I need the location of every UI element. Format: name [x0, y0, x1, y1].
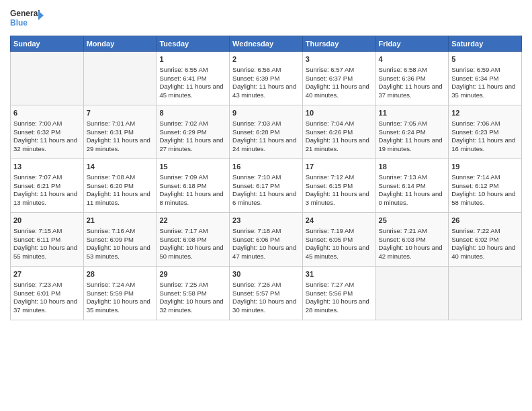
sunrise-text: Sunrise: 7:14 AM — [451, 173, 519, 182]
day-number: 8 — [159, 108, 226, 118]
weekday-header: Monday — [83, 36, 157, 52]
daylight-text: Daylight: 11 hours and 24 minutes. — [232, 136, 300, 154]
svg-text:General: General — [10, 9, 40, 18]
day-number: 21 — [87, 216, 154, 226]
weekday-header: Friday — [375, 36, 449, 52]
day-number: 19 — [451, 162, 519, 172]
calendar-cell: 9Sunrise: 7:03 AMSunset: 6:28 PMDaylight… — [230, 105, 303, 159]
day-number: 5 — [451, 54, 519, 64]
calendar-cell: 25Sunrise: 7:21 AMSunset: 6:03 PMDayligh… — [375, 213, 449, 267]
daylight-text: Daylight: 10 hours and 45 minutes. — [306, 244, 373, 261]
calendar-cell: 13Sunrise: 7:07 AMSunset: 6:21 PMDayligh… — [11, 159, 84, 213]
svg-marker-2 — [38, 11, 44, 20]
day-number: 1 — [159, 54, 226, 64]
sunrise-text: Sunrise: 7:23 AM — [13, 281, 81, 289]
calendar-cell: 2Sunrise: 6:56 AMSunset: 6:39 PMDaylight… — [230, 52, 303, 105]
day-number: 14 — [87, 162, 154, 172]
sunset-text: Sunset: 6:08 PM — [159, 236, 226, 244]
sunrise-text: Sunrise: 6:56 AM — [232, 66, 300, 75]
day-number: 4 — [379, 54, 446, 64]
calendar-cell: 14Sunrise: 7:08 AMSunset: 6:20 PMDayligh… — [83, 159, 157, 213]
daylight-text: Daylight: 10 hours and 30 minutes. — [232, 298, 300, 315]
calendar-cell — [83, 52, 157, 105]
day-number: 9 — [232, 108, 300, 118]
daylight-text: Daylight: 10 hours and 32 minutes. — [159, 298, 226, 315]
day-number: 11 — [379, 108, 446, 118]
calendar-week-row: 20Sunrise: 7:15 AMSunset: 6:11 PMDayligh… — [11, 213, 522, 267]
sunset-text: Sunset: 6:11 PM — [13, 236, 81, 244]
sunset-text: Sunset: 6:24 PM — [379, 128, 446, 137]
daylight-text: Daylight: 11 hours and 8 minutes. — [159, 190, 226, 208]
sunset-text: Sunset: 6:26 PM — [306, 128, 373, 137]
calendar-cell — [11, 52, 84, 105]
daylight-text: Daylight: 11 hours and 27 minutes. — [159, 136, 226, 154]
daylight-text: Daylight: 11 hours and 29 minutes. — [87, 136, 154, 154]
sunset-text: Sunset: 6:36 PM — [379, 75, 446, 83]
day-number: 27 — [13, 269, 81, 279]
sunset-text: Sunset: 6:39 PM — [232, 75, 300, 83]
sunset-text: Sunset: 6:01 PM — [13, 289, 81, 298]
sunset-text: Sunset: 6:12 PM — [451, 182, 519, 191]
daylight-text: Daylight: 11 hours and 11 minutes. — [87, 190, 154, 208]
sunset-text: Sunset: 6:29 PM — [159, 128, 226, 137]
weekday-header: Tuesday — [157, 36, 230, 52]
sunrise-text: Sunrise: 7:01 AM — [87, 120, 154, 128]
calendar-cell: 19Sunrise: 7:14 AMSunset: 6:12 PMDayligh… — [449, 159, 522, 213]
daylight-text: Daylight: 10 hours and 28 minutes. — [306, 298, 373, 315]
sunrise-text: Sunrise: 7:03 AM — [232, 120, 300, 128]
calendar-cell: 11Sunrise: 7:05 AMSunset: 6:24 PMDayligh… — [375, 105, 449, 159]
daylight-text: Daylight: 11 hours and 19 minutes. — [379, 136, 446, 154]
daylight-text: Daylight: 10 hours and 58 minutes. — [451, 190, 519, 208]
calendar-table: SundayMondayTuesdayWednesdayThursdayFrid… — [10, 36, 522, 320]
sunset-text: Sunset: 6:21 PM — [13, 182, 81, 191]
day-number: 16 — [232, 162, 300, 172]
day-number: 31 — [306, 269, 373, 279]
calendar-cell: 10Sunrise: 7:04 AMSunset: 6:26 PMDayligh… — [302, 105, 375, 159]
calendar-cell: 26Sunrise: 7:22 AMSunset: 6:02 PMDayligh… — [449, 213, 522, 267]
calendar-week-row: 27Sunrise: 7:23 AMSunset: 6:01 PMDayligh… — [11, 267, 522, 320]
calendar-cell: 3Sunrise: 6:57 AMSunset: 6:37 PMDaylight… — [302, 52, 375, 105]
calendar-cell: 23Sunrise: 7:18 AMSunset: 6:06 PMDayligh… — [230, 213, 303, 267]
calendar-cell: 24Sunrise: 7:19 AMSunset: 6:05 PMDayligh… — [302, 213, 375, 267]
sunset-text: Sunset: 6:23 PM — [451, 128, 519, 137]
sunset-text: Sunset: 6:37 PM — [306, 75, 373, 83]
sunset-text: Sunset: 5:59 PM — [87, 289, 154, 298]
sunrise-text: Sunrise: 7:04 AM — [306, 120, 373, 128]
day-number: 24 — [306, 216, 373, 226]
daylight-text: Daylight: 11 hours and 45 minutes. — [159, 83, 226, 100]
sunset-text: Sunset: 6:03 PM — [379, 236, 446, 244]
logo: General Blue — [10, 7, 44, 30]
sunset-text: Sunset: 6:32 PM — [13, 128, 81, 137]
sunrise-text: Sunrise: 7:21 AM — [379, 227, 446, 236]
calendar-cell — [449, 267, 522, 320]
sunset-text: Sunset: 6:17 PM — [232, 182, 300, 191]
calendar-cell: 27Sunrise: 7:23 AMSunset: 6:01 PMDayligh… — [11, 267, 84, 320]
sunrise-text: Sunrise: 7:12 AM — [306, 173, 373, 182]
daylight-text: Daylight: 11 hours and 37 minutes. — [379, 83, 446, 100]
calendar-cell: 21Sunrise: 7:16 AMSunset: 6:09 PMDayligh… — [83, 213, 157, 267]
daylight-text: Daylight: 11 hours and 0 minutes. — [379, 190, 446, 208]
weekday-header: Wednesday — [230, 36, 303, 52]
daylight-text: Daylight: 10 hours and 55 minutes. — [13, 244, 81, 261]
sunrise-text: Sunrise: 7:17 AM — [159, 227, 226, 236]
day-number: 12 — [451, 108, 519, 118]
daylight-text: Daylight: 11 hours and 21 minutes. — [306, 136, 373, 154]
day-number: 10 — [306, 108, 373, 118]
day-number: 28 — [87, 269, 154, 279]
sunset-text: Sunset: 6:28 PM — [232, 128, 300, 137]
calendar-cell — [375, 267, 449, 320]
calendar-cell: 16Sunrise: 7:10 AMSunset: 6:17 PMDayligh… — [230, 159, 303, 213]
sunset-text: Sunset: 6:18 PM — [159, 182, 226, 191]
header: General Blue — [10, 7, 522, 30]
sunrise-text: Sunrise: 7:05 AM — [379, 120, 446, 128]
day-number: 18 — [379, 162, 446, 172]
sunset-text: Sunset: 6:09 PM — [87, 236, 154, 244]
daylight-text: Daylight: 10 hours and 35 minutes. — [87, 298, 154, 315]
day-number: 2 — [232, 54, 300, 64]
day-number: 23 — [232, 216, 300, 226]
sunrise-text: Sunrise: 7:13 AM — [379, 173, 446, 182]
daylight-text: Daylight: 10 hours and 42 minutes. — [379, 244, 446, 261]
calendar-cell: 1Sunrise: 6:55 AMSunset: 6:41 PMDaylight… — [157, 52, 230, 105]
day-number: 6 — [13, 108, 81, 118]
sunset-text: Sunset: 6:05 PM — [306, 236, 373, 244]
